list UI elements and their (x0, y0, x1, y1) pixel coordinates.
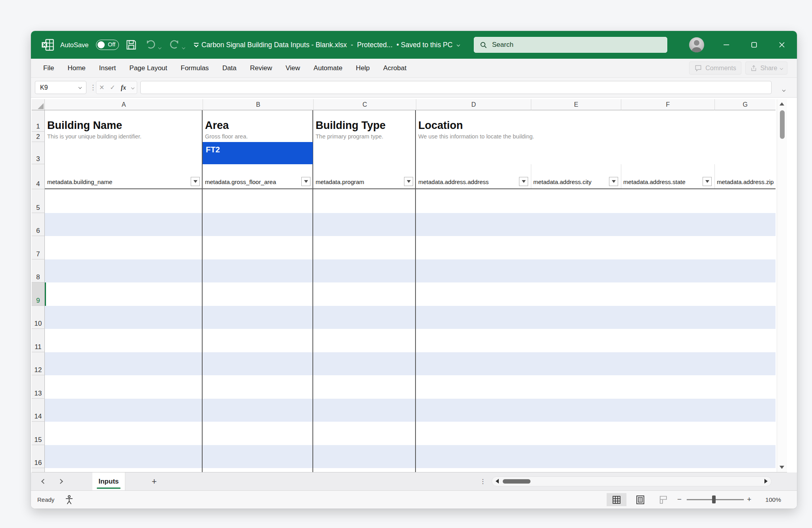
filter-dropdown-program[interactable] (404, 177, 413, 186)
row-header-1[interactable]: 1 (32, 110, 45, 132)
column-header-e[interactable]: E (531, 99, 621, 110)
filter-dropdown-gross-floor-area[interactable] (301, 177, 310, 186)
column-header-d[interactable]: D (416, 99, 531, 110)
zoom-level[interactable]: 100% (759, 491, 781, 509)
menu-acrobat[interactable]: Acrobat (377, 59, 414, 77)
vertical-scrollbar[interactable] (777, 99, 787, 472)
zoom-slider-thumb[interactable] (712, 495, 716, 503)
sheet-tab-inputs[interactable]: Inputs (92, 472, 125, 490)
field-address[interactable]: metadata.address.address (418, 164, 489, 189)
row-header-7[interactable]: 7 (32, 236, 45, 259)
filter-dropdown-building-name[interactable] (191, 177, 200, 186)
row-header-16[interactable]: 16 (32, 445, 45, 468)
banded-row-12[interactable] (45, 352, 776, 375)
banded-row-16[interactable] (45, 445, 776, 468)
scroll-down-icon[interactable] (779, 466, 784, 469)
saved-status[interactable]: • Saved to this PC (396, 41, 452, 49)
share-button[interactable]: Share (745, 61, 787, 75)
menu-automate[interactable]: Automate (307, 59, 349, 77)
banded-row-14[interactable] (45, 399, 776, 422)
banded-row-8[interactable] (45, 259, 776, 282)
column-header-f[interactable]: F (621, 99, 714, 110)
avatar[interactable] (689, 37, 704, 52)
scroll-left-icon[interactable] (496, 479, 499, 484)
row-header-2[interactable]: 2 (32, 132, 45, 142)
row-header-17-partial[interactable] (32, 468, 45, 472)
menu-insert[interactable]: Insert (92, 59, 123, 77)
banded-row-6[interactable] (45, 213, 776, 236)
menu-review[interactable]: Review (243, 59, 279, 77)
formula-input[interactable] (140, 81, 772, 94)
field-zip[interactable]: metadata.address.zip (717, 164, 774, 189)
column-header-b[interactable]: B (203, 99, 313, 110)
minimize-button[interactable] (720, 31, 732, 59)
field-city[interactable]: metadata.address.city (533, 164, 592, 189)
field-state[interactable]: metadata.address.state (623, 164, 686, 189)
insert-function-icon[interactable]: fx (121, 84, 126, 91)
expand-formula-bar-icon[interactable] (783, 86, 785, 93)
column-header-c[interactable]: C (313, 99, 416, 110)
excel-app-icon[interactable] (40, 38, 55, 52)
name-box-resize-handle[interactable]: ⋮ (90, 78, 96, 98)
menu-data[interactable]: Data (216, 59, 243, 77)
vertical-scroll-thumb[interactable] (780, 110, 785, 139)
cancel-entry-icon[interactable]: ✕ (99, 84, 104, 91)
normal-view-button[interactable] (607, 493, 626, 506)
menu-page-layout[interactable]: Page Layout (123, 59, 174, 77)
row-header-8[interactable]: 8 (32, 259, 45, 282)
zoom-out-button[interactable]: − (677, 491, 682, 509)
banded-row-10[interactable] (45, 306, 776, 329)
save-icon[interactable] (125, 39, 137, 51)
row-header-13[interactable]: 13 (32, 375, 45, 399)
row-header-12[interactable]: 12 (32, 352, 45, 375)
comments-button[interactable]: Comments (689, 61, 741, 75)
row-header-6[interactable]: 6 (32, 213, 45, 236)
field-building-name[interactable]: metadata.building_name (47, 164, 112, 189)
autosave-toggle[interactable]: Off (96, 40, 119, 50)
function-chevron-icon[interactable] (131, 86, 134, 89)
name-box[interactable]: K9 (35, 81, 86, 94)
quick-access-toolbar-icon[interactable] (192, 41, 201, 50)
row-header-10[interactable]: 10 (32, 306, 45, 329)
tab-bar-options-icon[interactable]: ⋮ (480, 472, 486, 490)
menu-formulas[interactable]: Formulas (174, 59, 216, 77)
menu-file[interactable]: File (36, 59, 61, 77)
column-header-g[interactable]: G (714, 99, 776, 110)
close-button[interactable] (776, 31, 788, 59)
maximize-button[interactable] (748, 31, 760, 59)
search-box[interactable] (474, 37, 667, 53)
page-break-view-button[interactable] (653, 493, 673, 506)
name-box-chevron-icon[interactable] (79, 86, 82, 89)
row-header-3[interactable]: 3 (32, 142, 45, 164)
protected-status[interactable]: Protected... (357, 41, 393, 49)
scroll-right-icon[interactable] (764, 479, 768, 484)
row-header-11[interactable]: 11 (32, 329, 45, 352)
redo-dropdown-icon[interactable] (182, 43, 185, 50)
sheet-nav-next-icon[interactable] (59, 472, 62, 490)
add-sheet-button[interactable]: + (148, 472, 160, 490)
zoom-in-button[interactable]: + (747, 491, 751, 509)
unit-cell-b3[interactable]: FT2 (203, 142, 313, 164)
row-header-5[interactable]: 5 (32, 189, 45, 213)
menu-help[interactable]: Help (349, 59, 377, 77)
field-gross-floor-area[interactable]: metadata.gross_floor_area (205, 164, 276, 189)
filter-dropdown-state[interactable] (703, 177, 712, 186)
menu-view[interactable]: View (279, 59, 307, 77)
row-header-9-selected[interactable]: 9 (32, 282, 45, 306)
search-input[interactable] (492, 41, 651, 49)
undo-icon[interactable] (145, 39, 156, 50)
select-all-corner[interactable] (32, 99, 45, 110)
redo-icon[interactable] (169, 39, 180, 50)
page-layout-view-button[interactable] (630, 493, 650, 506)
field-program[interactable]: metadata.program (316, 164, 364, 189)
horizontal-scrollbar[interactable] (492, 476, 772, 486)
horizontal-scroll-thumb[interactable] (503, 479, 530, 484)
filter-dropdown-address[interactable] (519, 177, 528, 186)
accessibility-checker-icon[interactable] (64, 495, 74, 505)
scroll-up-icon[interactable] (779, 102, 784, 106)
row-header-4[interactable]: 4 (32, 164, 45, 189)
title-chevron-icon[interactable] (457, 43, 460, 46)
filter-dropdown-city[interactable] (609, 177, 618, 186)
column-header-a[interactable]: A (45, 99, 203, 110)
undo-dropdown-icon[interactable] (159, 43, 161, 50)
